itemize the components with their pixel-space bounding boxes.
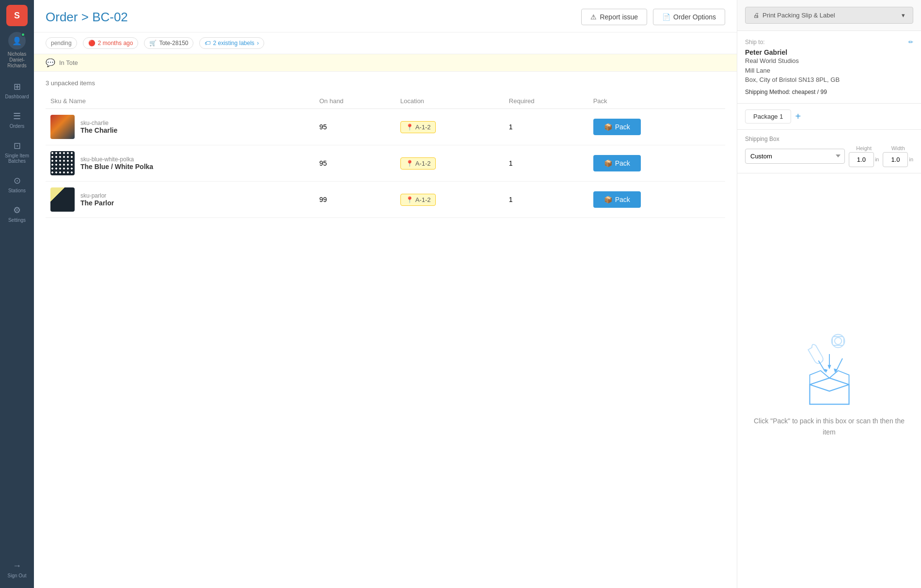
item-name-0: The Charlie — [80, 126, 117, 134]
warning-icon: ⚠ — [590, 13, 597, 21]
sidebar-item-single-item-batches[interactable]: ⊡ Single Item Batches — [0, 136, 34, 169]
col-sku-name: Sku & Name — [46, 93, 315, 109]
height-unit: in — [875, 156, 879, 162]
item-info-2: sku-parlor The Parlor — [50, 187, 310, 212]
status-pending-badge: pending — [46, 37, 77, 49]
ship-info: Ship to: ✏ Peter Gabriel Real World Stud… — [737, 31, 921, 104]
svg-rect-2 — [832, 337, 843, 345]
items-section: 3 unpacked items Sku & Name On hand Loca… — [34, 72, 737, 588]
item-required-2: 1 — [504, 182, 588, 218]
item-required-0: 1 — [504, 109, 588, 145]
ship-to-label: Ship to: ✏ — [745, 39, 913, 46]
pin-icon-1: 📍 — [406, 160, 413, 167]
sidebar-item-settings[interactable]: ⚙ Settings — [0, 200, 34, 228]
sidebar-item-stations[interactable]: ⊙ Stations — [0, 170, 34, 198]
status-tote-badge: 🛒 Tote-28150 — [144, 37, 193, 49]
label-icon: 🏷 — [205, 40, 210, 46]
items-table: Sku & Name On hand Location Required Pac… — [46, 93, 725, 218]
width-input[interactable] — [883, 152, 908, 167]
tote-icon: 🛒 — [149, 40, 157, 46]
col-required: Required — [504, 93, 588, 109]
customer-name: Peter Gabriel — [745, 48, 913, 56]
order-options-button[interactable]: 📄 Order Options — [653, 9, 725, 25]
item-info-1: sku-blue-white-polka The Blue / White Po… — [50, 151, 310, 175]
width-unit: in — [909, 156, 913, 162]
table-row: sku-parlor The Parlor 99 📍 A-1-2 1 📦 Pac… — [46, 182, 725, 218]
printer-icon: 🖨 — [753, 12, 760, 19]
table-row: sku-charlie The Charlie 95 📍 A-1-2 1 📦 P… — [46, 109, 725, 145]
pack-button-2[interactable]: 📦 Pack — [593, 191, 641, 208]
item-on-hand-2: 99 — [315, 182, 396, 218]
item-info-0: sku-charlie The Charlie — [50, 115, 310, 139]
sidebar-item-sign-out[interactable]: → Sign Out — [0, 556, 34, 583]
status-labels-badge[interactable]: 🏷 2 existing labels › — [199, 37, 264, 49]
status-bar: pending 🔴 2 months ago 🛒 Tote-28150 🏷 2 … — [34, 32, 737, 54]
print-button[interactable]: 🖨 Print Packing Slip & Label ▾ — [745, 7, 913, 24]
width-label: Width — [891, 145, 905, 151]
report-issue-button[interactable]: ⚠ Report issue — [581, 9, 647, 25]
item-thumbnail-2 — [50, 187, 75, 212]
header-actions: ⚠ Report issue 📄 Order Options — [581, 9, 725, 25]
pack-instruction-text: Click "Pack" to pack in this box or scan… — [747, 416, 911, 437]
stations-icon: ⊙ — [14, 175, 21, 186]
package-tabs: Package 1 + — [737, 104, 921, 130]
pin-icon-2: 📍 — [406, 196, 413, 203]
username-display: Nicholas Daniel- Richards — [5, 51, 28, 69]
app-logo[interactable]: S — [6, 5, 28, 26]
item-sku-2: sku-parlor — [80, 192, 114, 199]
online-indicator — [21, 32, 25, 37]
pack-icon-2: 📦 — [604, 196, 612, 203]
svg-marker-6 — [827, 365, 831, 370]
item-location-1: 📍 A-1-2 — [400, 157, 436, 170]
order-header: Order > BC-02 ⚠ Report issue 📄 Order Opt… — [34, 0, 737, 32]
pin-icon-0: 📍 — [406, 124, 413, 131]
height-input[interactable] — [849, 152, 874, 167]
shipping-method: Shipping Method: cheapest / 99 — [745, 89, 913, 95]
signout-icon: → — [13, 561, 21, 571]
box-inputs: Custom Height in Width in — [745, 145, 913, 167]
user-avatar[interactable]: 👤 — [8, 32, 26, 49]
item-on-hand-1: 95 — [315, 145, 396, 182]
col-location: Location — [396, 93, 504, 109]
chevron-right-icon: › — [257, 40, 259, 46]
item-location-2: 📍 A-1-2 — [400, 194, 436, 206]
batches-icon: ⊡ — [14, 140, 21, 151]
sidebar-nav: ⊞ Dashboard ☰ Orders ⊡ Single Item Batch… — [0, 77, 34, 583]
in-tote-message: 💬 In Tote — [34, 54, 737, 72]
shipping-box-label: Shipping Box — [745, 136, 913, 142]
order-area: Order > BC-02 ⚠ Report issue 📄 Order Opt… — [34, 0, 737, 588]
add-package-button[interactable]: + — [795, 111, 801, 121]
pack-illustration: Click "Pack" to pack in this box or scan… — [737, 173, 921, 588]
sidebar-item-dashboard[interactable]: ⊞ Dashboard — [0, 77, 34, 104]
pack-svg-illustration — [786, 324, 873, 411]
pack-icon-0: 📦 — [604, 123, 612, 131]
package-1-tab[interactable]: Package 1 — [745, 109, 791, 124]
item-name-2: The Parlor — [80, 199, 114, 207]
item-location-0: 📍 A-1-2 — [400, 121, 436, 133]
item-thumbnail-0 — [50, 115, 75, 139]
col-on-hand: On hand — [315, 93, 396, 109]
chevron-down-icon: ▾ — [902, 12, 905, 19]
items-count: 3 unpacked items — [46, 79, 725, 87]
item-thumbnail-1 — [50, 151, 75, 175]
ship-address: Real World Studios Mill Lane Box, City o… — [745, 56, 913, 85]
right-panel: 🖨 Print Packing Slip & Label ▾ Ship to: … — [737, 0, 921, 588]
pack-button-1[interactable]: 📦 Pack — [593, 155, 641, 171]
document-icon: 📄 — [662, 13, 670, 21]
item-sku-1: sku-blue-white-polka — [80, 156, 153, 163]
sidebar: S 👤 Nicholas Daniel- Richards ⊞ Dashboar… — [0, 0, 34, 588]
height-label: Height — [856, 145, 872, 151]
chat-icon: 💬 — [46, 58, 55, 67]
pack-icon-1: 📦 — [604, 159, 612, 167]
sidebar-item-orders[interactable]: ☰ Orders — [0, 106, 34, 134]
page-title: Order > BC-02 — [46, 10, 128, 25]
item-required-1: 1 — [504, 145, 588, 182]
edit-icon[interactable]: ✏ — [908, 39, 913, 46]
item-sku-0: sku-charlie — [80, 120, 117, 126]
main-content: Order > BC-02 ⚠ Report issue 📄 Order Opt… — [34, 0, 737, 588]
orders-icon: ☰ — [13, 111, 21, 122]
pack-button-0[interactable]: 📦 Pack — [593, 119, 641, 135]
item-on-hand-0: 95 — [315, 109, 396, 145]
shipping-box-select[interactable]: Custom — [745, 149, 845, 164]
col-pack: Pack — [588, 93, 725, 109]
